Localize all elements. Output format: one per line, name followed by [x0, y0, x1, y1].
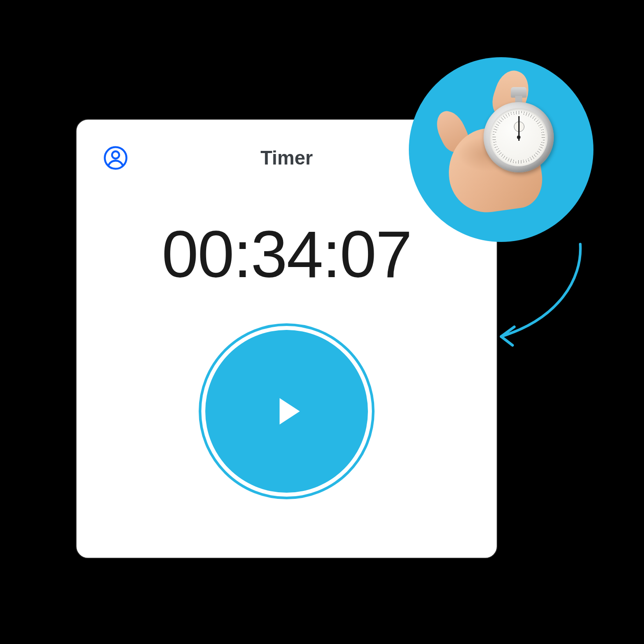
- svg-point-1: [112, 151, 119, 158]
- stopwatch-illustration: [409, 57, 593, 242]
- time-display: 00:34:07: [98, 216, 475, 293]
- arrow-icon: [484, 240, 598, 354]
- play-button-container: [98, 323, 475, 499]
- play-button-fill: [205, 330, 368, 493]
- page-title: Timer: [260, 147, 313, 169]
- user-icon[interactable]: [103, 145, 128, 171]
- play-icon: [280, 398, 300, 424]
- play-button[interactable]: [199, 323, 375, 499]
